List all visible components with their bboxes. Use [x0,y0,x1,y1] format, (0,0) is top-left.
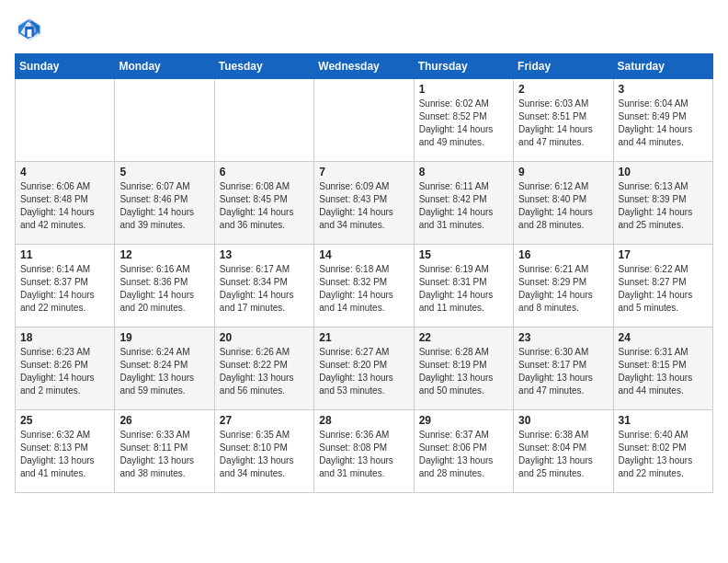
page-header [15,15,713,44]
day-info: Sunrise: 6:07 AMSunset: 8:46 PMDaylight:… [119,180,209,232]
day-info: Sunrise: 6:36 AMSunset: 8:08 PMDaylight:… [319,429,408,480]
calendar-cell: 13Sunrise: 6:17 AMSunset: 8:34 PMDayligh… [214,245,313,327]
day-number: 6 [220,166,309,178]
calendar-cell: 30Sunrise: 6:38 AMSunset: 8:04 PMDayligh… [514,410,613,493]
day-number: 2 [518,83,608,96]
day-info: Sunrise: 6:30 AMSunset: 8:17 PMDaylight:… [518,346,608,397]
day-info: Sunrise: 6:35 AMSunset: 8:10 PMDaylight:… [220,429,309,480]
calendar-cell: 3Sunrise: 6:04 AMSunset: 8:49 PMDaylight… [613,79,712,162]
day-number: 18 [20,331,109,344]
day-number: 13 [220,248,309,261]
calendar-cell: 14Sunrise: 6:18 AMSunset: 8:32 PMDayligh… [314,245,414,327]
day-number: 24 [619,331,708,344]
day-number: 1 [419,83,508,96]
day-number: 10 [619,166,708,178]
day-info: Sunrise: 6:06 AMSunset: 8:48 PMDaylight:… [20,180,109,232]
day-info: Sunrise: 6:14 AMSunset: 8:37 PMDaylight:… [20,263,109,315]
day-of-week-thursday: Thursday [414,54,513,79]
calendar-cell: 8Sunrise: 6:11 AMSunset: 8:42 PMDaylight… [414,162,513,245]
calendar-cell: 25Sunrise: 6:32 AMSunset: 8:13 PMDayligh… [16,410,115,493]
calendar-cell: 24Sunrise: 6:31 AMSunset: 8:15 PMDayligh… [613,327,712,410]
day-info: Sunrise: 6:03 AMSunset: 8:51 PMDaylight:… [518,98,608,149]
calendar-cell: 29Sunrise: 6:37 AMSunset: 8:06 PMDayligh… [414,410,513,493]
calendar-cell: 23Sunrise: 6:30 AMSunset: 8:17 PMDayligh… [514,327,613,410]
calendar-table: SundayMondayTuesdayWednesdayThursdayFrid… [15,53,713,493]
calendar-week-5: 25Sunrise: 6:32 AMSunset: 8:13 PMDayligh… [16,410,713,493]
day-of-week-wednesday: Wednesday [314,54,414,79]
calendar-cell: 15Sunrise: 6:19 AMSunset: 8:31 PMDayligh… [414,245,513,327]
calendar-cell: 6Sunrise: 6:08 AMSunset: 8:45 PMDaylight… [214,162,313,245]
calendar-cell [214,79,313,162]
day-number: 9 [518,166,608,178]
day-number: 14 [319,248,408,261]
calendar-week-4: 18Sunrise: 6:23 AMSunset: 8:26 PMDayligh… [16,327,713,410]
day-info: Sunrise: 6:08 AMSunset: 8:45 PMDaylight:… [220,180,309,232]
day-number: 23 [518,331,608,344]
day-number: 28 [319,414,408,427]
day-of-week-sunday: Sunday [16,54,115,79]
day-info: Sunrise: 6:27 AMSunset: 8:20 PMDaylight:… [319,346,408,397]
logo [15,15,48,44]
day-info: Sunrise: 6:11 AMSunset: 8:42 PMDaylight:… [419,180,508,232]
day-info: Sunrise: 6:26 AMSunset: 8:22 PMDaylight:… [220,346,309,397]
day-info: Sunrise: 6:22 AMSunset: 8:27 PMDaylight:… [619,263,708,315]
calendar-cell [314,79,414,162]
day-number: 20 [220,331,309,344]
calendar-cell: 22Sunrise: 6:28 AMSunset: 8:19 PMDayligh… [414,327,513,410]
day-info: Sunrise: 6:33 AMSunset: 8:11 PMDaylight:… [119,429,209,480]
calendar-cell: 21Sunrise: 6:27 AMSunset: 8:20 PMDayligh… [314,327,414,410]
calendar-cell: 10Sunrise: 6:13 AMSunset: 8:39 PMDayligh… [613,162,712,245]
day-info: Sunrise: 6:31 AMSunset: 8:15 PMDaylight:… [619,346,708,397]
day-info: Sunrise: 6:28 AMSunset: 8:19 PMDaylight:… [419,346,508,397]
calendar-week-1: 1Sunrise: 6:02 AMSunset: 8:52 PMDaylight… [16,79,713,162]
calendar-cell: 28Sunrise: 6:36 AMSunset: 8:08 PMDayligh… [314,410,414,493]
calendar-header: SundayMondayTuesdayWednesdayThursdayFrid… [16,54,713,79]
day-info: Sunrise: 6:18 AMSunset: 8:32 PMDaylight:… [319,263,408,315]
day-info: Sunrise: 6:24 AMSunset: 8:24 PMDaylight:… [119,346,209,397]
day-number: 12 [119,248,209,261]
day-number: 25 [20,414,109,427]
calendar-cell: 1Sunrise: 6:02 AMSunset: 8:52 PMDaylight… [414,79,513,162]
day-number: 15 [419,248,508,261]
calendar-cell: 31Sunrise: 6:40 AMSunset: 8:02 PMDayligh… [613,410,712,493]
calendar-cell: 12Sunrise: 6:16 AMSunset: 8:36 PMDayligh… [115,245,214,327]
day-info: Sunrise: 6:40 AMSunset: 8:02 PMDaylight:… [619,429,708,480]
day-number: 19 [119,331,209,344]
day-info: Sunrise: 6:12 AMSunset: 8:40 PMDaylight:… [518,180,608,232]
calendar-week-2: 4Sunrise: 6:06 AMSunset: 8:48 PMDaylight… [16,162,713,245]
calendar-cell: 20Sunrise: 6:26 AMSunset: 8:22 PMDayligh… [214,327,313,410]
day-info: Sunrise: 6:19 AMSunset: 8:31 PMDaylight:… [419,263,508,315]
calendar-week-3: 11Sunrise: 6:14 AMSunset: 8:37 PMDayligh… [16,245,713,327]
day-info: Sunrise: 6:21 AMSunset: 8:29 PMDaylight:… [518,263,608,315]
day-number: 30 [518,414,608,427]
day-number: 5 [119,166,209,178]
calendar-cell: 17Sunrise: 6:22 AMSunset: 8:27 PMDayligh… [613,245,712,327]
day-of-week-saturday: Saturday [613,54,712,79]
calendar-cell [16,79,115,162]
day-info: Sunrise: 6:37 AMSunset: 8:06 PMDaylight:… [419,429,508,480]
day-number: 4 [20,166,109,178]
day-info: Sunrise: 6:09 AMSunset: 8:43 PMDaylight:… [319,180,408,232]
day-number: 31 [619,414,708,427]
svg-rect-4 [28,29,32,37]
day-info: Sunrise: 6:32 AMSunset: 8:13 PMDaylight:… [20,429,109,480]
calendar-cell: 4Sunrise: 6:06 AMSunset: 8:48 PMDaylight… [16,162,115,245]
day-info: Sunrise: 6:16 AMSunset: 8:36 PMDaylight:… [119,263,209,315]
calendar-body: 1Sunrise: 6:02 AMSunset: 8:52 PMDaylight… [16,79,713,493]
day-number: 21 [319,331,408,344]
calendar-cell [115,79,214,162]
calendar-cell: 27Sunrise: 6:35 AMSunset: 8:10 PMDayligh… [214,410,313,493]
day-number: 11 [20,248,109,261]
day-number: 22 [419,331,508,344]
calendar-cell: 5Sunrise: 6:07 AMSunset: 8:46 PMDaylight… [115,162,214,245]
calendar-cell: 9Sunrise: 6:12 AMSunset: 8:40 PMDaylight… [514,162,613,245]
day-info: Sunrise: 6:04 AMSunset: 8:49 PMDaylight:… [619,98,708,149]
calendar-cell: 7Sunrise: 6:09 AMSunset: 8:43 PMDaylight… [314,162,414,245]
logo-icon [15,15,44,44]
day-info: Sunrise: 6:23 AMSunset: 8:26 PMDaylight:… [20,346,109,397]
day-info: Sunrise: 6:13 AMSunset: 8:39 PMDaylight:… [619,180,708,232]
day-of-week-friday: Friday [514,54,613,79]
day-number: 16 [518,248,608,261]
day-info: Sunrise: 6:38 AMSunset: 8:04 PMDaylight:… [518,429,608,480]
day-info: Sunrise: 6:02 AMSunset: 8:52 PMDaylight:… [419,98,508,149]
